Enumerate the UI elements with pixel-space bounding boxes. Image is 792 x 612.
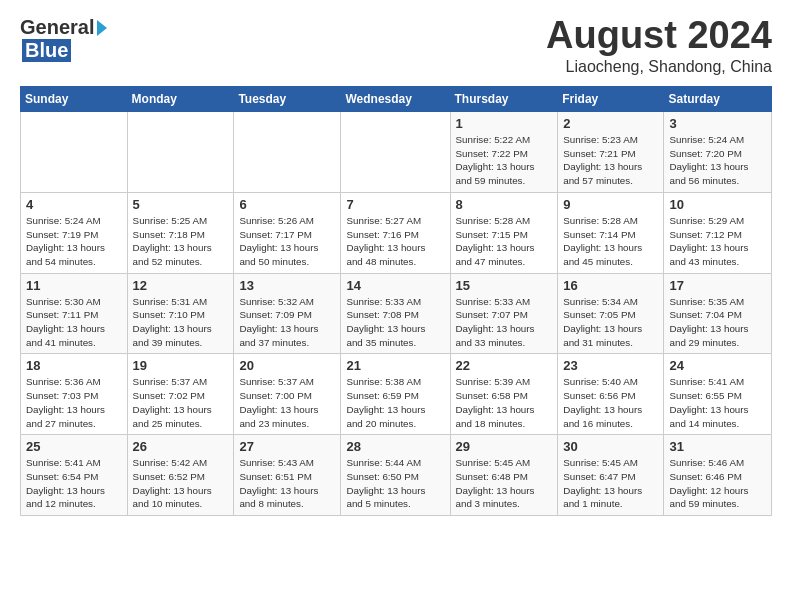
table-row: 12Sunrise: 5:31 AM Sunset: 7:10 PM Dayli… — [127, 273, 234, 354]
table-row: 20Sunrise: 5:37 AM Sunset: 7:00 PM Dayli… — [234, 354, 341, 435]
table-row: 31Sunrise: 5:46 AM Sunset: 6:46 PM Dayli… — [664, 435, 772, 516]
table-row: 3Sunrise: 5:24 AM Sunset: 7:20 PM Daylig… — [664, 112, 772, 193]
table-row: 21Sunrise: 5:38 AM Sunset: 6:59 PM Dayli… — [341, 354, 450, 435]
table-row: 10Sunrise: 5:29 AM Sunset: 7:12 PM Dayli… — [664, 192, 772, 273]
cell-daylight-info: Sunrise: 5:28 AM Sunset: 7:14 PM Dayligh… — [563, 214, 658, 269]
cell-date-number: 9 — [563, 197, 658, 212]
cell-date-number: 30 — [563, 439, 658, 454]
calendar-week-row: 4Sunrise: 5:24 AM Sunset: 7:19 PM Daylig… — [21, 192, 772, 273]
cell-date-number: 27 — [239, 439, 335, 454]
cell-date-number: 6 — [239, 197, 335, 212]
cell-date-number: 23 — [563, 358, 658, 373]
logo-triangle-icon — [97, 20, 107, 36]
cell-date-number: 25 — [26, 439, 122, 454]
table-row: 26Sunrise: 5:42 AM Sunset: 6:52 PM Dayli… — [127, 435, 234, 516]
table-row: 23Sunrise: 5:40 AM Sunset: 6:56 PM Dayli… — [558, 354, 664, 435]
cell-date-number: 24 — [669, 358, 766, 373]
cell-daylight-info: Sunrise: 5:37 AM Sunset: 7:02 PM Dayligh… — [133, 375, 229, 430]
cell-date-number: 17 — [669, 278, 766, 293]
table-row: 27Sunrise: 5:43 AM Sunset: 6:51 PM Dayli… — [234, 435, 341, 516]
header: General Blue August 2024 Liaocheng, Shan… — [20, 16, 772, 76]
table-row: 9Sunrise: 5:28 AM Sunset: 7:14 PM Daylig… — [558, 192, 664, 273]
table-row: 1Sunrise: 5:22 AM Sunset: 7:22 PM Daylig… — [450, 112, 558, 193]
cell-daylight-info: Sunrise: 5:24 AM Sunset: 7:20 PM Dayligh… — [669, 133, 766, 188]
table-row — [234, 112, 341, 193]
cell-daylight-info: Sunrise: 5:24 AM Sunset: 7:19 PM Dayligh… — [26, 214, 122, 269]
col-saturday: Saturday — [664, 87, 772, 112]
cell-date-number: 13 — [239, 278, 335, 293]
cell-daylight-info: Sunrise: 5:31 AM Sunset: 7:10 PM Dayligh… — [133, 295, 229, 350]
calendar-week-row: 11Sunrise: 5:30 AM Sunset: 7:11 PM Dayli… — [21, 273, 772, 354]
cell-date-number: 29 — [456, 439, 553, 454]
cell-date-number: 15 — [456, 278, 553, 293]
cell-daylight-info: Sunrise: 5:30 AM Sunset: 7:11 PM Dayligh… — [26, 295, 122, 350]
cell-daylight-info: Sunrise: 5:28 AM Sunset: 7:15 PM Dayligh… — [456, 214, 553, 269]
location-subtitle: Liaocheng, Shandong, China — [546, 58, 772, 76]
cell-date-number: 10 — [669, 197, 766, 212]
table-row: 11Sunrise: 5:30 AM Sunset: 7:11 PM Dayli… — [21, 273, 128, 354]
logo: General Blue — [20, 16, 107, 62]
table-row: 22Sunrise: 5:39 AM Sunset: 6:58 PM Dayli… — [450, 354, 558, 435]
calendar-table: Sunday Monday Tuesday Wednesday Thursday… — [20, 86, 772, 516]
cell-date-number: 1 — [456, 116, 553, 131]
cell-daylight-info: Sunrise: 5:23 AM Sunset: 7:21 PM Dayligh… — [563, 133, 658, 188]
table-row: 19Sunrise: 5:37 AM Sunset: 7:02 PM Dayli… — [127, 354, 234, 435]
title-area: August 2024 Liaocheng, Shandong, China — [546, 16, 772, 76]
cell-daylight-info: Sunrise: 5:45 AM Sunset: 6:47 PM Dayligh… — [563, 456, 658, 511]
cell-date-number: 31 — [669, 439, 766, 454]
table-row: 16Sunrise: 5:34 AM Sunset: 7:05 PM Dayli… — [558, 273, 664, 354]
cell-date-number: 14 — [346, 278, 444, 293]
cell-daylight-info: Sunrise: 5:32 AM Sunset: 7:09 PM Dayligh… — [239, 295, 335, 350]
cell-date-number: 20 — [239, 358, 335, 373]
table-row — [21, 112, 128, 193]
cell-daylight-info: Sunrise: 5:44 AM Sunset: 6:50 PM Dayligh… — [346, 456, 444, 511]
table-row: 2Sunrise: 5:23 AM Sunset: 7:21 PM Daylig… — [558, 112, 664, 193]
table-row: 13Sunrise: 5:32 AM Sunset: 7:09 PM Dayli… — [234, 273, 341, 354]
table-row: 5Sunrise: 5:25 AM Sunset: 7:18 PM Daylig… — [127, 192, 234, 273]
table-row — [127, 112, 234, 193]
table-row: 7Sunrise: 5:27 AM Sunset: 7:16 PM Daylig… — [341, 192, 450, 273]
table-row: 6Sunrise: 5:26 AM Sunset: 7:17 PM Daylig… — [234, 192, 341, 273]
col-monday: Monday — [127, 87, 234, 112]
table-row: 17Sunrise: 5:35 AM Sunset: 7:04 PM Dayli… — [664, 273, 772, 354]
cell-date-number: 8 — [456, 197, 553, 212]
cell-daylight-info: Sunrise: 5:22 AM Sunset: 7:22 PM Dayligh… — [456, 133, 553, 188]
page: General Blue August 2024 Liaocheng, Shan… — [0, 0, 792, 532]
cell-date-number: 16 — [563, 278, 658, 293]
table-row: 28Sunrise: 5:44 AM Sunset: 6:50 PM Dayli… — [341, 435, 450, 516]
logo-general-text: General — [20, 16, 94, 39]
cell-daylight-info: Sunrise: 5:43 AM Sunset: 6:51 PM Dayligh… — [239, 456, 335, 511]
cell-daylight-info: Sunrise: 5:41 AM Sunset: 6:54 PM Dayligh… — [26, 456, 122, 511]
calendar-week-row: 18Sunrise: 5:36 AM Sunset: 7:03 PM Dayli… — [21, 354, 772, 435]
cell-date-number: 12 — [133, 278, 229, 293]
col-wednesday: Wednesday — [341, 87, 450, 112]
cell-date-number: 11 — [26, 278, 122, 293]
cell-daylight-info: Sunrise: 5:33 AM Sunset: 7:08 PM Dayligh… — [346, 295, 444, 350]
calendar-week-row: 1Sunrise: 5:22 AM Sunset: 7:22 PM Daylig… — [21, 112, 772, 193]
cell-daylight-info: Sunrise: 5:34 AM Sunset: 7:05 PM Dayligh… — [563, 295, 658, 350]
table-row: 15Sunrise: 5:33 AM Sunset: 7:07 PM Dayli… — [450, 273, 558, 354]
cell-date-number: 18 — [26, 358, 122, 373]
cell-daylight-info: Sunrise: 5:41 AM Sunset: 6:55 PM Dayligh… — [669, 375, 766, 430]
table-row — [341, 112, 450, 193]
col-thursday: Thursday — [450, 87, 558, 112]
table-row: 18Sunrise: 5:36 AM Sunset: 7:03 PM Dayli… — [21, 354, 128, 435]
logo-blue-text: Blue — [22, 39, 71, 62]
table-row: 25Sunrise: 5:41 AM Sunset: 6:54 PM Dayli… — [21, 435, 128, 516]
cell-date-number: 2 — [563, 116, 658, 131]
table-row: 4Sunrise: 5:24 AM Sunset: 7:19 PM Daylig… — [21, 192, 128, 273]
calendar-header-row: Sunday Monday Tuesday Wednesday Thursday… — [21, 87, 772, 112]
cell-daylight-info: Sunrise: 5:33 AM Sunset: 7:07 PM Dayligh… — [456, 295, 553, 350]
cell-date-number: 19 — [133, 358, 229, 373]
table-row: 24Sunrise: 5:41 AM Sunset: 6:55 PM Dayli… — [664, 354, 772, 435]
cell-daylight-info: Sunrise: 5:26 AM Sunset: 7:17 PM Dayligh… — [239, 214, 335, 269]
col-tuesday: Tuesday — [234, 87, 341, 112]
cell-date-number: 22 — [456, 358, 553, 373]
table-row: 30Sunrise: 5:45 AM Sunset: 6:47 PM Dayli… — [558, 435, 664, 516]
cell-daylight-info: Sunrise: 5:27 AM Sunset: 7:16 PM Dayligh… — [346, 214, 444, 269]
cell-date-number: 7 — [346, 197, 444, 212]
cell-daylight-info: Sunrise: 5:46 AM Sunset: 6:46 PM Dayligh… — [669, 456, 766, 511]
cell-date-number: 26 — [133, 439, 229, 454]
cell-daylight-info: Sunrise: 5:25 AM Sunset: 7:18 PM Dayligh… — [133, 214, 229, 269]
cell-date-number: 5 — [133, 197, 229, 212]
